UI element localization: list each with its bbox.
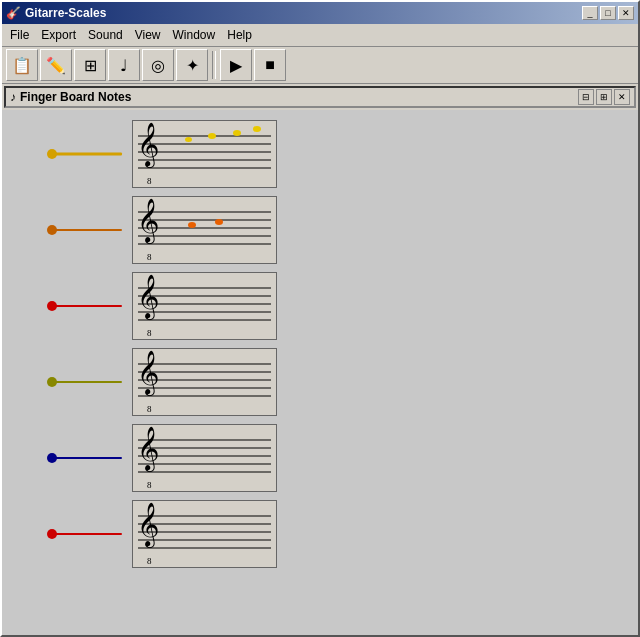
title-bar-left: 🎸 Gitarre-Scales <box>6 6 106 20</box>
toolbar: 📋✏️⊞♩◎✦▶■ <box>2 47 638 84</box>
string-row-4: 𝄞 8 <box>22 348 618 416</box>
app-icon: 🎸 <box>6 6 21 20</box>
string-indicator-5 <box>22 428 122 488</box>
treble-clef-4: 𝄞 <box>137 353 159 391</box>
menu-bar: FileExportSoundViewWindowHelp <box>2 24 638 47</box>
window-title: Gitarre-Scales <box>25 6 106 20</box>
octave-number-4: 8 <box>147 404 152 414</box>
menu-item-view[interactable]: View <box>129 26 167 44</box>
string-row-5: 𝄞 8 <box>22 424 618 492</box>
content-area: 𝄞 8 <box>2 110 638 635</box>
panel-btn-2[interactable]: ⊞ <box>596 89 612 105</box>
panel-close-btn[interactable]: ✕ <box>614 89 630 105</box>
title-bar-buttons: _ □ ✕ <box>582 6 634 20</box>
string-row-3: 𝄞 8 <box>22 272 618 340</box>
title-bar: 🎸 Gitarre-Scales _ □ ✕ <box>2 2 638 24</box>
string-row-6: 𝄞 8 <box>22 500 618 568</box>
staff-line <box>138 168 271 169</box>
menu-item-help[interactable]: Help <box>221 26 258 44</box>
maximize-button[interactable]: □ <box>600 6 616 20</box>
staff-line <box>138 244 271 245</box>
treble-clef-2: 𝄞 <box>137 201 159 239</box>
staff-line <box>138 396 271 397</box>
panel-icon: ♪ <box>10 90 16 104</box>
treble-clef-6: 𝄞 <box>137 505 159 543</box>
octave-number-2: 8 <box>147 252 152 262</box>
string-row-1: 𝄞 8 <box>22 120 618 188</box>
main-window: 🎸 Gitarre-Scales _ □ ✕ FileExportSoundVi… <box>0 0 640 637</box>
note-btn[interactable]: ♩ <box>108 49 140 81</box>
panel-header: ♪ Finger Board Notes ⊟ ⊞ ✕ <box>4 86 636 108</box>
string-row-2: 𝄞 8 <box>22 196 618 264</box>
edit-btn[interactable]: ✏️ <box>40 49 72 81</box>
octave-number-5: 8 <box>147 480 152 490</box>
staff-line <box>138 472 271 473</box>
play-btn[interactable]: ▶ <box>220 49 252 81</box>
note-1-3 <box>233 130 241 136</box>
dial-btn[interactable]: ◎ <box>142 49 174 81</box>
string-indicator-4 <box>22 352 122 412</box>
new-btn[interactable]: 📋 <box>6 49 38 81</box>
note-1-1 <box>185 137 192 142</box>
panel-header-controls: ⊟ ⊞ ✕ <box>578 89 630 105</box>
panel-btn-1[interactable]: ⊟ <box>578 89 594 105</box>
stop-btn[interactable]: ■ <box>254 49 286 81</box>
string-indicator-3 <box>22 276 122 336</box>
notation-box-2: 𝄞 8 <box>132 196 277 264</box>
grid-btn[interactable]: ⊞ <box>74 49 106 81</box>
menu-item-file[interactable]: File <box>4 26 35 44</box>
close-button[interactable]: ✕ <box>618 6 634 20</box>
staff-line <box>138 320 271 321</box>
star-btn[interactable]: ✦ <box>176 49 208 81</box>
menu-item-sound[interactable]: Sound <box>82 26 129 44</box>
staff-line <box>138 548 271 549</box>
note-2-1 <box>188 222 196 228</box>
notation-box-5: 𝄞 8 <box>132 424 277 492</box>
notation-box-3: 𝄞 8 <box>132 272 277 340</box>
minimize-button[interactable]: _ <box>582 6 598 20</box>
panel-header-left: ♪ Finger Board Notes <box>10 90 131 104</box>
notation-box-6: 𝄞 8 <box>132 500 277 568</box>
string-indicator-6 <box>22 504 122 564</box>
menu-item-window[interactable]: Window <box>167 26 222 44</box>
notation-box-4: 𝄞 8 <box>132 348 277 416</box>
menu-item-export[interactable]: Export <box>35 26 82 44</box>
note-1-4 <box>253 126 261 132</box>
treble-clef-5: 𝄞 <box>137 429 159 467</box>
octave-number-3: 8 <box>147 328 152 338</box>
string-indicator-2 <box>22 200 122 260</box>
toolbar-separator <box>212 51 216 79</box>
treble-clef-3: 𝄞 <box>137 277 159 315</box>
treble-clef-1: 𝄞 <box>137 125 159 163</box>
octave-number-1: 8 <box>147 176 152 186</box>
notation-box-1: 𝄞 8 <box>132 120 277 188</box>
note-1-2 <box>208 133 216 139</box>
note-2-2 <box>215 219 223 225</box>
string-indicator-1 <box>22 124 122 184</box>
octave-number-6: 8 <box>147 556 152 566</box>
panel-title: Finger Board Notes <box>20 90 131 104</box>
